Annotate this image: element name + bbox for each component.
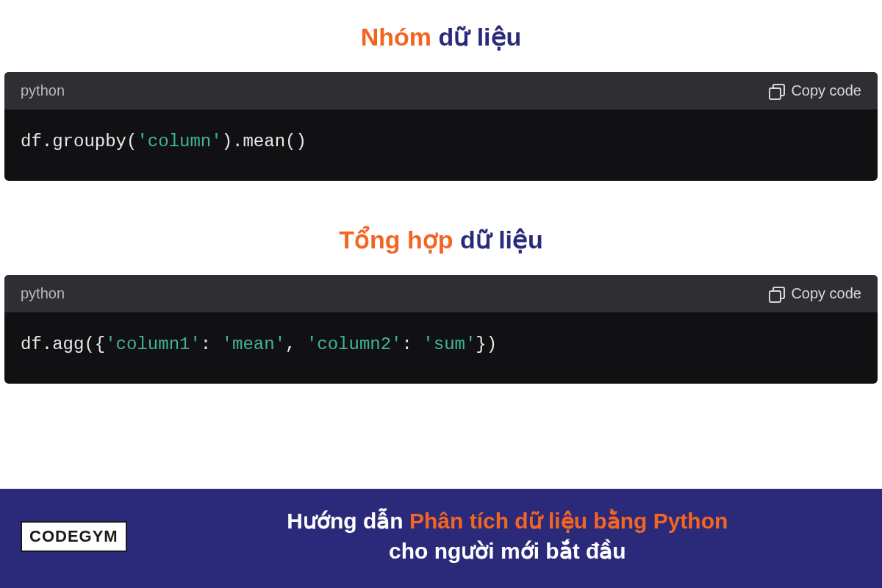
code-block-group: python Copy code df.groupby('column').me… <box>4 72 878 181</box>
logo-gym: GYM <box>79 527 118 546</box>
code-language-label: python <box>21 82 65 99</box>
footer-text: Hướng dẫn Phân tích dữ liệu bằng Python … <box>154 506 861 566</box>
code-token: , <box>285 334 306 354</box>
code-header: python Copy code <box>4 72 878 110</box>
title-highlight: Tổng hợp <box>339 226 453 254</box>
logo-code: CODE <box>29 527 79 546</box>
code-token: : <box>402 334 423 354</box>
code-token: : <box>201 334 222 354</box>
title-rest: dữ liệu <box>431 23 521 51</box>
code-token-string: 'column2' <box>306 334 402 354</box>
code-body: df.groupby('column').mean() <box>4 110 878 181</box>
code-token-string: 'column' <box>137 132 221 151</box>
copy-code-button[interactable]: Copy code <box>769 82 861 99</box>
title-rest: dữ liệu <box>453 226 542 254</box>
code-header: python Copy code <box>4 275 878 312</box>
footer-banner: CODEGYM Hướng dẫn Phân tích dữ liệu bằng… <box>0 489 882 588</box>
code-token: df.groupby( <box>21 132 137 151</box>
section-title-aggregate: Tổng hợp dữ liệu <box>0 225 882 254</box>
footer-line1-orange: Phân tích dữ liệu bằng Python <box>409 509 728 533</box>
code-token-string: 'column1' <box>105 334 201 354</box>
copy-code-button[interactable]: Copy code <box>769 285 861 302</box>
copy-label: Copy code <box>791 82 861 99</box>
copy-icon <box>769 84 784 98</box>
codegym-logo: CODEGYM <box>21 521 127 552</box>
copy-label: Copy code <box>791 285 861 302</box>
footer-line1-white: Hướng dẫn <box>287 509 409 533</box>
title-highlight: Nhóm <box>361 23 431 51</box>
code-language-label: python <box>21 285 65 302</box>
code-block-aggregate: python Copy code df.agg({'column1': 'mea… <box>4 275 878 384</box>
footer-line2: cho người mới bắt đầu <box>389 539 626 563</box>
code-token: df.agg({ <box>21 334 105 354</box>
main-content: Nhóm dữ liệu python Copy code df.groupby… <box>0 0 882 489</box>
copy-icon <box>769 287 784 301</box>
code-token-string: 'sum' <box>423 334 476 354</box>
section-title-group: Nhóm dữ liệu <box>0 22 882 51</box>
code-body: df.agg({'column1': 'mean', 'column2': 's… <box>4 312 878 384</box>
code-token: }) <box>476 334 497 354</box>
code-token-string: 'mean' <box>222 334 285 354</box>
code-token: ).mean() <box>222 132 306 151</box>
